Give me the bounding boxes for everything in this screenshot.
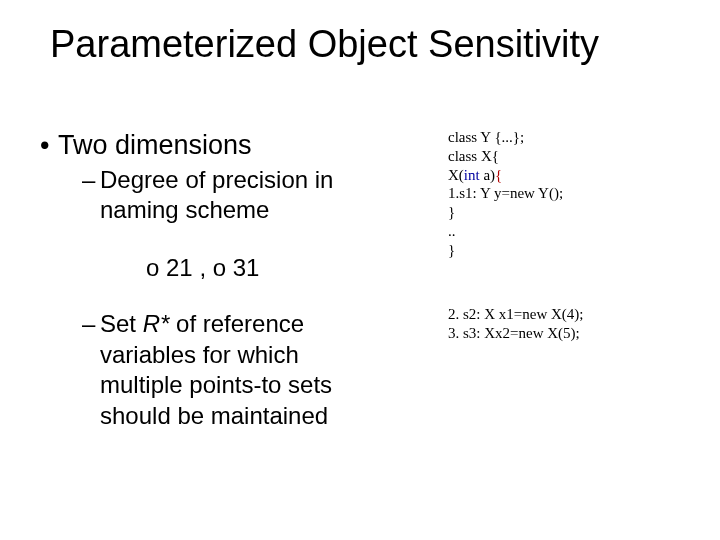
subitem-rstar-line3: multiple points-to sets	[100, 372, 420, 398]
slide: Parameterized Object Sensitivity •Two di…	[0, 0, 720, 540]
code-gap	[448, 259, 698, 305]
code-snippet: class Y {...}; class X{ X(int a){ 1.s1: …	[448, 128, 698, 343]
dash-icon: –	[82, 167, 100, 193]
body-content: •Two dimensions –Degree of precision in …	[40, 130, 420, 433]
bullet-icon: •	[40, 130, 58, 161]
dash-icon: –	[82, 311, 100, 337]
code-line: X(int a){	[448, 166, 698, 185]
bullet-two-dimensions: •Two dimensions	[40, 130, 420, 161]
rstar-suffix: of reference	[169, 310, 304, 337]
page-title: Parameterized Object Sensitivity	[50, 24, 690, 66]
code-line: 3. s3: Xx2=new X(5);	[448, 324, 698, 343]
subitem-rstar-line2: variables for which	[100, 342, 420, 368]
bullet-text: Two dimensions	[58, 130, 252, 160]
code-line: 2. s2: X x1=new X(4);	[448, 305, 698, 324]
subitem-precision: –Degree of precision in	[82, 167, 420, 193]
example-objects: o 21 , o 31	[146, 254, 420, 282]
rstar-prefix: Set	[100, 310, 143, 337]
subitem-precision-line2: naming scheme	[100, 196, 269, 223]
code-frag: a)	[480, 167, 495, 183]
code-keyword: int	[464, 167, 480, 183]
subitem-rstar-line4: should be maintained	[100, 403, 420, 429]
code-frag: X(	[448, 167, 464, 183]
code-brace: {	[495, 167, 502, 183]
code-line: class X{	[448, 147, 698, 166]
subitem-precision-cont: naming scheme	[100, 197, 420, 223]
rstar-symbol: R*	[143, 310, 170, 337]
code-line: }	[448, 203, 698, 222]
subitem-rstar: –Set R* of reference	[82, 311, 420, 337]
code-line: }	[448, 241, 698, 260]
subitem-precision-line1: Degree of precision in	[100, 166, 333, 193]
code-line: class Y {...};	[448, 128, 698, 147]
code-line: ..	[448, 222, 698, 241]
code-line: 1.s1: Y y=new Y();	[448, 184, 698, 203]
